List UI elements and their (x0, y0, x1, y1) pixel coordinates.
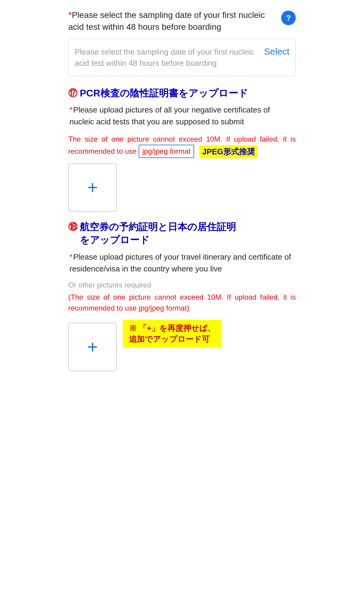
upload-plus-icon-18: + (87, 338, 98, 356)
section-17: ⑰ PCR検査の陰性証明書をアップロード *Please upload pict… (68, 87, 296, 212)
section-17-num: ⑰ (68, 87, 77, 99)
sampling-date-header: *Please select the sampling date of your… (68, 9, 296, 33)
sampling-date-title-block: *Please select the sampling date of your… (68, 9, 281, 33)
section-17-req-text-content: Please upload pictures of all your negat… (69, 105, 270, 126)
sampling-date-select-box[interactable]: Please select the sampling date of your … (68, 39, 296, 76)
section-17-star: * (69, 105, 72, 114)
section-18-title-jp-line2: をアップロード (80, 234, 236, 247)
section-18-bottom-row: + ※ 「+」を再度押せば、 追加でアップロード可 (68, 320, 296, 371)
section-17-warning: The size of one picture cannot exceed 10… (68, 134, 296, 158)
section-17-header: ⑰ PCR検査の陰性証明書をアップロード (68, 87, 296, 100)
jpg-format-box: jpg/jpeg format (139, 145, 194, 158)
upload-plus-icon-17: + (87, 178, 98, 197)
section-18-title-jp-line1: 航空券の予約証明と日本の居住証明 (80, 221, 236, 232)
section-18-title-block: 航空券の予約証明と日本の居住証明 をアップロード (80, 221, 236, 247)
section-17-req-text: *Please upload pictures of all your nega… (68, 104, 296, 128)
jpeg-recommend-label: JPEG形式推奨 (199, 145, 258, 158)
section-18-star: * (69, 252, 72, 261)
required-star-top: * (68, 10, 72, 20)
upload-area-18[interactable]: + (68, 323, 117, 371)
section-18-warning-paren: (The size of one picture cannot exceed 1… (68, 292, 296, 314)
sampling-date-placeholder: Please select the sampling date of your … (75, 46, 264, 69)
sampling-date-title: Please select the sampling date of your … (68, 10, 265, 32)
help-button[interactable]: ? (281, 11, 296, 25)
section-18-req-text-content: Please upload pictures of your travel it… (69, 252, 291, 273)
section-18-gray-note: Or other pictures required (68, 281, 296, 289)
sampling-date-select-button[interactable]: Select (264, 46, 289, 57)
section-18-req-text: *Please upload pictures of your travel i… (68, 251, 296, 275)
note-text-line2: 追加でアップロード可 (129, 334, 215, 345)
note-box-18: ※ 「+」を再度押せば、 追加でアップロード可 (123, 320, 221, 348)
note-text-line1: ※ 「+」を再度押せば、 (129, 323, 215, 334)
sampling-date-section: *Please select the sampling date of your… (68, 9, 296, 76)
section-18-header: ⑱ 航空券の予約証明と日本の居住証明 をアップロード (68, 221, 296, 247)
section-18: ⑱ 航空券の予約証明と日本の居住証明 をアップロード *Please uploa… (68, 221, 296, 371)
section-17-title-jp: PCR検査の陰性証明書をアップロード (80, 87, 248, 100)
section-18-num: ⑱ (68, 221, 77, 233)
upload-area-17[interactable]: + (68, 163, 117, 212)
